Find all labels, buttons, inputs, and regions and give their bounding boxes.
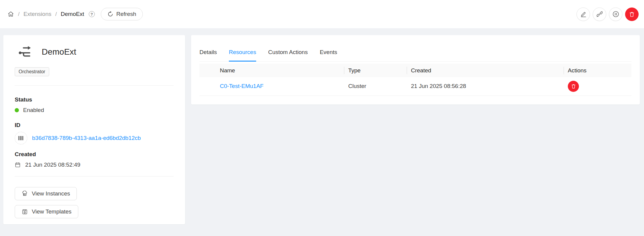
orchestrator-flow-icon [18, 45, 33, 59]
refresh-icon [107, 11, 113, 17]
top-bar: / Extensions / DemoExt ? Refresh [0, 0, 644, 28]
entity-actions [577, 8, 639, 21]
home-icon[interactable] [7, 11, 14, 17]
entity-title: DemoExt [42, 47, 76, 57]
created-value-row: 21 Jun 2025 08:52:49 [15, 162, 174, 168]
tab-details[interactable]: Details [199, 49, 217, 61]
refresh-button[interactable]: Refresh [101, 8, 143, 20]
breadcrumb-separator: / [55, 11, 57, 17]
breadcrumb-separator: / [18, 11, 19, 17]
calendar-icon [15, 162, 21, 168]
entity-summary-card: DemoExt Orchestrator Status Enabled ID [3, 35, 185, 224]
entity-header: DemoExt [15, 45, 174, 59]
status-dot-icon [15, 108, 19, 112]
delete-resource-button[interactable] [568, 81, 579, 92]
view-instances-label: View Instances [32, 190, 70, 197]
entity-id-link[interactable]: b36d7838-789b-4313-aa1a-ed6bd2db12cb [32, 135, 141, 141]
table-header-row: Name Type Created Actions [199, 64, 631, 77]
edit-button[interactable] [577, 8, 590, 21]
view-templates-button[interactable]: View Templates [15, 205, 78, 218]
pause-circle-icon [612, 11, 619, 18]
refresh-label: Refresh [116, 11, 136, 17]
barcode-icon [15, 132, 27, 144]
trash-icon [629, 11, 635, 17]
created-value: 21 Jun 2025 08:52:49 [25, 162, 80, 168]
view-templates-label: View Templates [32, 208, 71, 215]
status-value-row: Enabled [15, 107, 174, 113]
api-plug-icon [596, 11, 603, 17]
column-header-name: Name [199, 64, 344, 77]
divider [15, 85, 174, 86]
cloud-server-icon [22, 191, 28, 197]
edit-icon [580, 11, 587, 17]
tab-events[interactable]: Events [320, 49, 337, 61]
status-section: Status Enabled [15, 96, 174, 113]
status-value: Enabled [23, 107, 44, 113]
resource-type-cell: Cluster [344, 77, 407, 95]
pause-button[interactable] [609, 8, 622, 21]
breadcrumb-item-extensions[interactable]: Extensions [23, 11, 51, 17]
breadcrumb-item-current: DemoExt [61, 11, 84, 17]
created-section: Created 21 Jun 2025 08:52:49 [15, 151, 174, 168]
created-label: Created [15, 151, 174, 158]
resources-table: Name Type Created Actions C0-Test-EMu1AF… [199, 64, 631, 96]
column-header-type: Type [344, 64, 407, 77]
details-panel: Details Resources Custom Actions Events … [191, 35, 640, 104]
breadcrumb: / Extensions / DemoExt ? [7, 11, 95, 17]
column-header-actions: Actions [564, 64, 631, 77]
id-label: ID [15, 122, 174, 129]
tab-bar: Details Resources Custom Actions Events [199, 35, 631, 62]
view-instances-button[interactable]: View Instances [15, 187, 77, 200]
resource-name-link[interactable]: C0-Test-EMu1AF [220, 83, 264, 89]
tab-custom-actions[interactable]: Custom Actions [268, 49, 308, 61]
entity-card-actions: View Instances View Templates [15, 187, 174, 218]
trash-icon [571, 83, 576, 89]
id-section: ID b36d7838-789b-4313-aa1a-ed6bd2db12cb [15, 122, 174, 144]
save-template-icon [22, 209, 28, 215]
id-value-row: b36d7838-789b-4313-aa1a-ed6bd2db12cb [15, 132, 174, 144]
help-icon[interactable]: ? [89, 11, 95, 17]
delete-extension-button[interactable] [625, 8, 639, 21]
tab-resources[interactable]: Resources [229, 49, 256, 61]
status-label: Status [15, 96, 174, 103]
entity-type-tag: Orchestrator [15, 67, 49, 76]
breadcrumb-area: / Extensions / DemoExt ? Refresh [7, 8, 143, 20]
api-button[interactable] [593, 8, 606, 21]
column-header-created: Created [407, 64, 564, 77]
table-row: C0-Test-EMu1AF Cluster 21 Jun 2025 08:56… [199, 77, 631, 95]
divider [15, 176, 174, 177]
resource-created-cell: 21 Jun 2025 08:56:28 [407, 77, 564, 95]
